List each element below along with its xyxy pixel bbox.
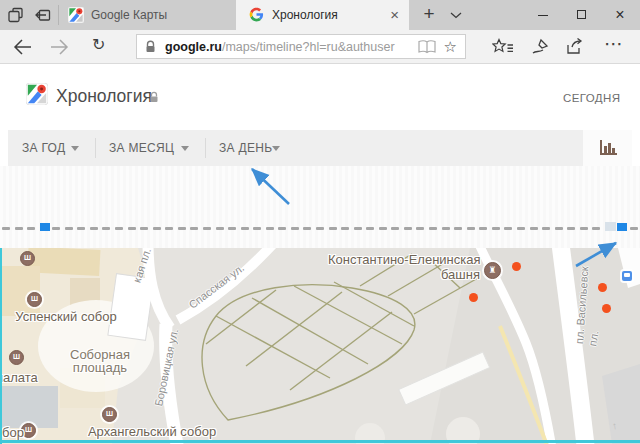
- timeline-dash: [329, 227, 337, 230]
- favorite-star-icon[interactable]: ☆: [444, 39, 457, 54]
- poi-label-uspensky[interactable]: Успенский собор: [8, 309, 124, 324]
- refresh-button[interactable]: ↻: [92, 35, 105, 54]
- timeline-dash: [165, 227, 173, 230]
- filter-month-dropdown[interactable]: ЗА МЕСЯЦ: [109, 141, 174, 155]
- timeline-dash: [266, 227, 274, 230]
- window-close-button[interactable]: ×: [600, 0, 640, 30]
- visited-place-dot[interactable]: [469, 293, 478, 302]
- poi-label-arkhangelsky[interactable]: Архангельский собор: [72, 424, 232, 439]
- visited-place-dot[interactable]: [602, 304, 611, 313]
- timeline-dash: [391, 227, 399, 230]
- timeline-dash: [580, 227, 588, 230]
- filter-separator: [205, 138, 206, 158]
- filter-year-dropdown[interactable]: ЗА ГОД: [22, 141, 65, 155]
- timeline-dash: [504, 227, 512, 230]
- page-header: Хронология СЕГОДНЯ: [0, 64, 640, 130]
- chevron-down-icon[interactable]: [272, 146, 280, 151]
- timeline-dash: [630, 227, 638, 230]
- maximize-button[interactable]: [562, 0, 600, 30]
- tower-poi-icon[interactable]: ♜: [484, 262, 501, 279]
- timeline-dash: [341, 227, 349, 230]
- tab-label: Хронология: [272, 0, 338, 30]
- map-canvas[interactable]: [0, 248, 640, 444]
- tab-preview-icon[interactable]: [8, 7, 24, 23]
- visited-place-dot[interactable]: [512, 262, 521, 271]
- area-label-sobornaya-2[interactable]: площадь: [50, 360, 150, 375]
- minimize-button[interactable]: [524, 0, 562, 30]
- google-g-favicon: [249, 7, 264, 22]
- chevron-down-icon[interactable]: [181, 146, 189, 151]
- timeline-dash: [190, 227, 198, 230]
- timeline-dash: [467, 227, 475, 230]
- arkhangelsky-cathedral-icon[interactable]: Ш: [102, 407, 117, 422]
- transit-station-icon[interactable]: [622, 271, 632, 281]
- capture-border-bottom: [0, 440, 640, 443]
- timeline-dash: [2, 227, 10, 230]
- timeline-dash: [555, 227, 563, 230]
- chevron-down-icon[interactable]: [71, 146, 79, 151]
- ink-notes-icon[interactable]: [531, 38, 551, 56]
- tab-google-maps[interactable]: Google Карты: [59, 0, 236, 30]
- timeline-track[interactable]: [0, 166, 640, 248]
- poi-label-konstantino[interactable]: Константино-Еленинская: [328, 252, 480, 267]
- timeline-dash: [517, 227, 525, 230]
- private-lock-icon: [149, 91, 159, 103]
- tab-label: Google Карты: [91, 0, 167, 30]
- timeline-dash: [140, 227, 148, 230]
- reading-view-icon[interactable]: [418, 40, 436, 54]
- timeline-dash: [416, 227, 424, 230]
- poi-label-palata[interactable]: палата: [0, 370, 38, 385]
- google-maps-logo[interactable]: [26, 83, 48, 105]
- timeline-day-active[interactable]: [40, 223, 50, 231]
- more-options-icon[interactable]: ⋯: [604, 32, 624, 55]
- timeline-day-highlight[interactable]: [605, 222, 616, 231]
- timeline-dash: [52, 227, 60, 230]
- filter-day-dropdown[interactable]: ЗА ДЕНЬ: [219, 141, 272, 155]
- close-tab-icon[interactable]: ×: [390, 0, 399, 29]
- url-path: /maps/timeline?hl=ru&authuser: [222, 40, 395, 54]
- address-bar: ↻ google.ru/maps/timeline?hl=ru&authuser…: [0, 30, 640, 64]
- timeline-dash: [65, 227, 73, 230]
- timeline-dash: [216, 227, 224, 230]
- capture-border-left: [0, 248, 2, 444]
- share-icon[interactable]: [565, 38, 585, 56]
- map-area[interactable]: кая пл. Спасская ул. Боровицкая ул. пл. …: [0, 248, 640, 444]
- timeline-dash: [241, 227, 249, 230]
- timeline-dash: [354, 227, 362, 230]
- timeline-dash: [90, 227, 98, 230]
- bar-chart-button[interactable]: [583, 130, 632, 166]
- timeline-dash: [291, 227, 299, 230]
- tab-bar: Google Карты Хронология × + ×: [0, 0, 640, 30]
- timeline-dash: [27, 227, 35, 230]
- page-title: Хронология: [56, 86, 152, 107]
- museum-poi-icon[interactable]: Ш: [20, 251, 35, 266]
- timeline-dash: [567, 227, 575, 230]
- tab-timeline[interactable]: Хронология ×: [236, 0, 409, 30]
- forward-button[interactable]: [50, 38, 70, 56]
- url-domain: google.ru: [165, 40, 222, 54]
- hub-icon[interactable]: [492, 38, 514, 56]
- timeline-dash: [203, 227, 211, 230]
- timeline-dash: [303, 227, 311, 230]
- url-field[interactable]: google.ru/maps/timeline?hl=ru&authuser ☆: [136, 34, 466, 59]
- uspensky-cathedral-icon[interactable]: Ш: [27, 292, 42, 307]
- timeline-dash: [542, 227, 550, 230]
- timeline-dash: [128, 227, 136, 230]
- back-button[interactable]: [12, 38, 32, 56]
- timeline-dash: [442, 227, 450, 230]
- timeline-dash: [479, 227, 487, 230]
- poi-label-konstantino-2[interactable]: башня: [328, 267, 480, 282]
- filter-separator: [95, 138, 96, 158]
- timeline-day-active[interactable]: [617, 223, 627, 231]
- timeline-dash: [102, 227, 110, 230]
- palata-museum-icon[interactable]: Ш: [9, 350, 24, 365]
- new-tab-button[interactable]: +: [416, 0, 442, 30]
- poi-label-bor[interactable]: бор: [2, 425, 24, 440]
- timeline-dash: [115, 227, 123, 230]
- tab-preview-chevron-icon[interactable]: [450, 12, 462, 19]
- visited-place-dot[interactable]: [598, 283, 607, 292]
- set-tabs-aside-icon[interactable]: [33, 7, 51, 23]
- timeline-dash: [454, 227, 462, 230]
- today-label[interactable]: СЕГОДНЯ: [563, 92, 620, 104]
- timeline-strip: [0, 166, 640, 248]
